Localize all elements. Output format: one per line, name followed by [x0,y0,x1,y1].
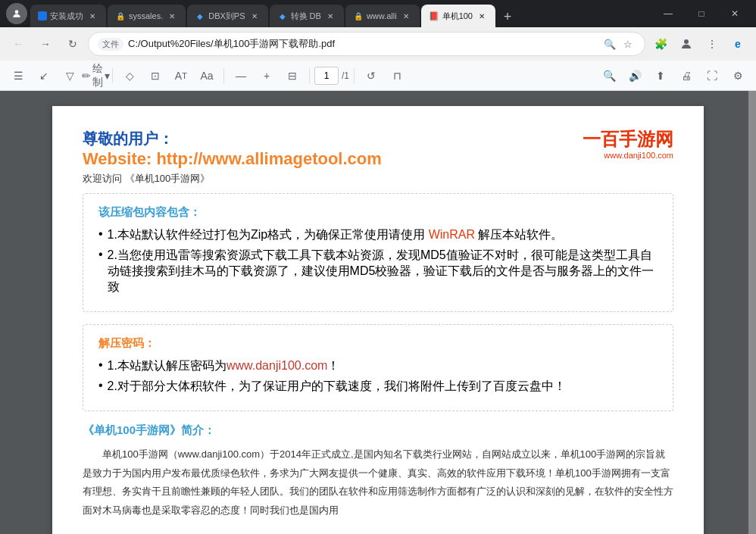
svg-point-0 [15,10,19,14]
section2-box: 解压密码： • 1.本站默认解压密码为www.danji100.com！ • 2… [83,324,673,411]
bookmark-icon[interactable]: ☆ [620,36,636,52]
section2-item1: • 1.本站默认解压密码为www.danji100.com！ [98,358,658,374]
minimize-button[interactable]: — [653,3,683,24]
pdf-shape-button[interactable]: ⊡ [143,64,167,88]
tab-title-convert: 转换 DB [291,11,321,22]
pdf-textbig-button[interactable]: AT [169,64,193,88]
pdf-divider-2 [223,68,224,83]
pdf-draw-button[interactable]: ✏ 绘制 ▾ [83,64,108,88]
tab-favicon-syssales: 🔒 [115,11,126,21]
pdf-divider-4 [354,68,355,83]
tab-favicon-convert: ◆ [277,11,288,21]
pdf-header-left: 尊敬的用户： Website: http://www.allimagetool.… [83,129,537,186]
section1-item1: • 1.本站默认软件经过打包为Zip格式，为确保正常使用请使用 WinRAR 解… [98,227,658,243]
pdf-draw-label: 绘制 [92,62,103,89]
tab-convert[interactable]: ◆ 转换 DB ✕ [270,5,344,27]
tab-install[interactable]: 安装成功 ✕ [30,5,106,27]
pdf-text-button[interactable]: Aa [195,64,219,88]
pdf-content-wrapper[interactable]: 尊敬的用户： Website: http://www.allimagetool.… [0,91,756,534]
address-bar-row: ← → ↻ 文件 C:/Output%20Files/单机100手游网下载帮助.… [0,27,756,61]
section2-text1: 1.本站默认解压密码为www.danji100.com！ [108,358,340,374]
tab-syssales[interactable]: 🔒 syssales. ✕ [108,5,186,27]
more-button[interactable]: ⋮ [700,32,724,56]
pdf-erase-button[interactable]: ◇ [117,64,142,88]
title-bar: 安装成功 ✕ 🔒 syssales. ✕ ◆ DBX到PS ✕ ◆ 转换 DB … [0,0,756,27]
pdf-print-button[interactable]: 🖨 [674,64,698,88]
pdf-settings-button[interactable]: ⚙ [726,64,750,88]
address-icons: 🔍 ☆ [602,36,636,52]
tab-close-allimagetool[interactable]: ✕ [400,10,412,22]
section1-box: 该压缩包内容包含： • 1.本站默认软件经过打包为Zip格式，为确保正常使用请使… [83,193,673,312]
tab-title-dbx: DBX到PS [208,11,245,22]
pdf-select-button[interactable]: ▽ [58,64,82,88]
browser-chrome: 安装成功 ✕ 🔒 syssales. ✕ ◆ DBX到PS ✕ ◆ 转换 DB … [0,0,756,61]
logo-sub: www.danji100.com [537,151,673,160]
pdf-search-button[interactable]: 🔍 [597,64,621,88]
logo-text: 一百手游网 [537,129,673,151]
tab-allimagetool[interactable]: 🔒 www.alli ✕ [345,5,420,27]
pdf-zoom-out-button[interactable]: — [229,64,253,88]
tab-close-pdf[interactable]: ✕ [476,10,488,22]
extensions-button[interactable]: 🧩 [648,32,673,56]
tab-title-pdf: 单机100 [442,11,473,22]
close-button[interactable]: ✕ [720,3,750,24]
section1-text1: 1.本站默认软件经过打包为Zip格式，为确保正常使用请使用 WinRAR 解压本… [108,227,564,243]
pdf-hand-button[interactable]: ↙ [32,64,56,88]
section1-text2: 2.当您使用迅雷等搜索资源式下载工具下载本站资源，发现MD5值验证不对时，很可能… [108,248,658,295]
address-bar[interactable]: 文件 C:/Output%20Files/单机100手游网下载帮助.pdf 🔍 … [88,32,645,56]
tab-favicon-install [38,11,47,20]
profile-icon[interactable] [6,3,27,24]
edge-icon: e [726,32,750,56]
pdf-rotate-button[interactable]: ↺ [359,64,383,88]
bullet2: • [98,248,103,261]
pdf-menu-button[interactable]: ☰ [6,64,30,88]
pdf-fit-button[interactable]: ⊟ [280,64,305,88]
password-link: www.danji100.com [226,359,327,372]
tab-title-syssales: syssales. [129,11,163,20]
pdf-crop-button[interactable]: ⊓ [385,64,409,88]
section2-title: 解压密码： [98,336,658,351]
tab-close-dbx[interactable]: ✕ [248,10,261,22]
section1-title: 该压缩包内容包含： [98,205,658,220]
pdf-tts-button[interactable]: 🔊 [623,64,647,88]
pdf-page-total: /1 [342,70,349,81]
pdf-share-button[interactable]: ⬆ [648,64,673,88]
pdf-toolbar: ☰ ↙ ▽ ✏ 绘制 ▾ ◇ ⊡ AT Aa — + ⊟ /1 ↺ ⊓ 🔍 🔊 … [0,61,756,91]
pdf-page-input[interactable] [314,67,339,85]
scrollbar[interactable] [748,91,756,534]
maximize-button[interactable]: □ [686,3,717,24]
section2-text2: 2.对于部分大体积软件，为了保证用户的下载速度，我们将附件上传到了百度云盘中！ [108,379,566,395]
tab-pdf[interactable]: 📕 单机100 ✕ [421,5,495,27]
tab-title-allimagetool: www.alli [367,11,397,20]
new-tab-button[interactable]: + [497,6,518,27]
bullet1: • [98,227,103,241]
search-address-icon[interactable]: 🔍 [602,36,617,52]
winrar-link: WinRAR [429,228,475,241]
pdf-draw-icon: ✏ [82,70,91,82]
section3-title: 《单机100手游网》简介： [83,423,673,438]
tab-favicon-dbx: ◆ [195,11,205,21]
tab-close-syssales[interactable]: ✕ [166,10,178,22]
welcome-line: 欢迎访问 《单机100手游网》 [83,172,537,186]
welcome-link: 《单机100手游网》 [125,173,211,184]
pdf-fullscreen-button[interactable]: ⛶ [700,64,724,88]
back-button[interactable]: ← [6,32,30,56]
pdf-header: 尊敬的用户： Website: http://www.allimagetool.… [83,129,673,186]
section3-text: 单机100手游网（www.danji100.com）于2014年正式成立,是国内… [83,445,673,520]
tab-favicon-pdf: 📕 [429,11,439,21]
tab-close-convert[interactable]: ✕ [324,10,336,22]
profile-button[interactable] [674,32,698,56]
pdf-zoom-in-button[interactable]: + [255,64,279,88]
pdf-title-line: 尊敬的用户： [83,129,537,149]
tab-title-install: 安装成功 [50,11,83,22]
tab-dbx[interactable]: ◆ DBX到PS ✕ [187,5,267,27]
forward-button[interactable]: → [33,32,58,56]
tab-favicon-allimagetool: 🔒 [353,11,364,21]
pdf-text-icon: Aa [200,70,213,82]
website-text: Website: http://www.allimagetool.com [83,149,382,168]
bullet3: • [98,358,103,372]
tab-close-install[interactable]: ✕ [86,10,98,22]
dear-user-text: 尊敬的用户： [83,129,173,149]
welcome-text: 欢迎访问 [83,173,122,184]
reload-button[interactable]: ↻ [61,32,85,56]
